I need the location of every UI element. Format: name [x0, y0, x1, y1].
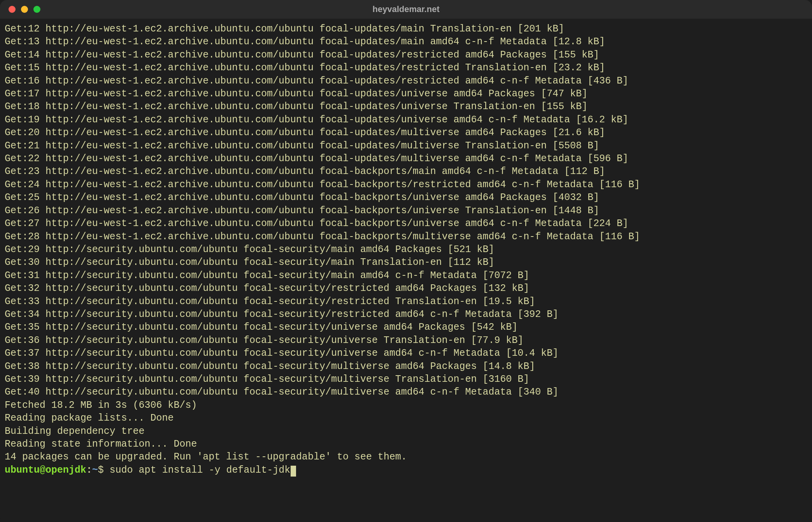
output-line: Get:24 http://eu-west-1.ec2.archive.ubun… [5, 178, 807, 191]
output-line: Get:22 http://eu-west-1.ec2.archive.ubun… [5, 152, 807, 165]
output-line: Get:18 http://eu-west-1.ec2.archive.ubun… [5, 100, 807, 113]
window-controls [0, 6, 40, 13]
prompt-line[interactable]: ubuntu@openjdk:~$ sudo apt install -y de… [5, 464, 807, 477]
prompt-dollar: $ [98, 465, 110, 476]
output-line: Get:26 http://eu-west-1.ec2.archive.ubun… [5, 204, 807, 217]
output-line: Get:27 http://eu-west-1.ec2.archive.ubun… [5, 217, 807, 230]
close-icon[interactable] [9, 6, 16, 13]
prompt-colon: : [86, 465, 92, 476]
maximize-icon[interactable] [33, 6, 40, 13]
output-line: Get:34 http://security.ubuntu.com/ubuntu… [5, 308, 807, 321]
terminal-output[interactable]: Get:12 http://eu-west-1.ec2.archive.ubun… [0, 19, 812, 481]
output-line: Get:19 http://eu-west-1.ec2.archive.ubun… [5, 113, 807, 126]
output-line: Get:33 http://security.ubuntu.com/ubuntu… [5, 295, 807, 308]
output-line: Get:35 http://security.ubuntu.com/ubuntu… [5, 321, 807, 334]
output-line: Fetched 18.2 MB in 3s (6306 kB/s) [5, 399, 807, 412]
output-line: Reading package lists... Done [5, 412, 807, 425]
titlebar: heyvaldemar.net [0, 0, 812, 19]
output-line: Get:25 http://eu-west-1.ec2.archive.ubun… [5, 191, 807, 204]
prompt-path: ~ [92, 465, 98, 476]
window-title: heyvaldemar.net [0, 4, 812, 14]
output-line: Get:32 http://security.ubuntu.com/ubuntu… [5, 282, 807, 295]
output-line: Get:17 http://eu-west-1.ec2.archive.ubun… [5, 87, 807, 100]
output-line: Get:29 http://security.ubuntu.com/ubuntu… [5, 243, 807, 256]
output-line: Get:36 http://security.ubuntu.com/ubuntu… [5, 334, 807, 347]
command-input[interactable]: sudo apt install -y default-jdk [110, 465, 290, 476]
output-line: Reading state information... Done [5, 438, 807, 451]
output-line: Get:37 http://security.ubuntu.com/ubuntu… [5, 347, 807, 360]
output-line: Building dependency tree [5, 425, 807, 438]
output-line: Get:15 http://eu-west-1.ec2.archive.ubun… [5, 61, 807, 74]
output-line: Get:39 http://security.ubuntu.com/ubuntu… [5, 373, 807, 386]
output-line: Get:31 http://security.ubuntu.com/ubuntu… [5, 269, 807, 282]
terminal-window: heyvaldemar.net Get:12 http://eu-west-1.… [0, 0, 812, 522]
output-line: Get:13 http://eu-west-1.ec2.archive.ubun… [5, 35, 807, 48]
prompt-host: openjdk [45, 465, 86, 476]
output-line: Get:20 http://eu-west-1.ec2.archive.ubun… [5, 126, 807, 139]
cursor-icon [291, 466, 296, 477]
output-line: Get:14 http://eu-west-1.ec2.archive.ubun… [5, 49, 807, 61]
output-line: Get:12 http://eu-west-1.ec2.archive.ubun… [5, 23, 807, 35]
output-line: Get:30 http://security.ubuntu.com/ubuntu… [5, 256, 807, 269]
output-line: Get:16 http://eu-west-1.ec2.archive.ubun… [5, 75, 807, 87]
output-line: Get:40 http://security.ubuntu.com/ubuntu… [5, 386, 807, 398]
output-line: 14 packages can be upgraded. Run 'apt li… [5, 451, 807, 463]
output-line: Get:23 http://eu-west-1.ec2.archive.ubun… [5, 165, 807, 178]
output-line: Get:28 http://eu-west-1.ec2.archive.ubun… [5, 230, 807, 243]
minimize-icon[interactable] [21, 6, 28, 13]
output-line: Get:21 http://eu-west-1.ec2.archive.ubun… [5, 139, 807, 152]
prompt-user: ubuntu [5, 465, 40, 476]
prompt-at: @ [40, 465, 45, 476]
output-line: Get:38 http://security.ubuntu.com/ubuntu… [5, 360, 807, 373]
